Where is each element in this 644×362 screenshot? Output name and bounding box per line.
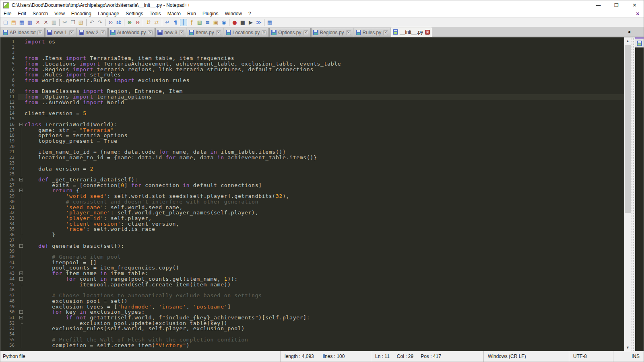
scroll-down-arrow[interactable]: ▼ [624, 344, 631, 351]
fold-collapse-icon[interactable]: − [19, 189, 23, 192]
fold-collapse-icon[interactable]: − [19, 316, 23, 319]
code-line-22[interactable]: 22 location_name_to_id = {name: data.id … [0, 155, 624, 160]
code-line-52[interactable]: 52 exclusion_pool.update(exclusion_table… [0, 321, 624, 326]
tab-rules-py[interactable]: Rules.py✕ [354, 28, 391, 37]
code-line-34[interactable]: 34 'client_version': client_version, [0, 221, 624, 227]
customize-toolbar-icon[interactable]: ▦ [266, 19, 273, 26]
tab-close-icon[interactable]: ✕ [148, 30, 153, 35]
code-line-24[interactable]: 24 data_version = 2 [0, 166, 624, 172]
code-line-39[interactable]: 39 [0, 249, 624, 254]
code-line-17[interactable]: 17 game: str = "Terraria" [0, 128, 624, 133]
scrollbar-track[interactable] [624, 44, 631, 344]
fold-collapse-icon[interactable]: − [19, 310, 23, 314]
code-line-35[interactable]: 35 'race': self.world.is_race [0, 226, 624, 232]
code-line-8[interactable]: 8from worlds.generic.Rules import exclus… [0, 78, 624, 83]
code-line-19[interactable]: 19 topology_present = True [0, 138, 624, 144]
tab-regions-py[interactable]: Regions.py✕ [311, 28, 353, 37]
fold-margin[interactable]: − [18, 276, 25, 282]
close-doc-icon[interactable]: ✕ [34, 19, 41, 26]
tab-close-icon[interactable]: ✕ [262, 30, 266, 35]
tab-scroll-left-arrow[interactable]: ◀ [627, 30, 630, 34]
code-line-18[interactable]: 18 options = terraria_options [0, 133, 624, 138]
code-line-29[interactable]: 29 'world_seed': self.world.slot_seeds[s… [0, 193, 624, 199]
tab-close-icon[interactable]: ✕ [179, 30, 184, 35]
scrollbar-thumb[interactable] [625, 45, 631, 213]
cut-icon[interactable]: ✂ [61, 19, 68, 26]
tab-close-icon[interactable]: ✕ [383, 30, 388, 35]
code-line-9[interactable]: 9 [0, 83, 624, 89]
menu-item-macro[interactable]: Macro [164, 10, 184, 17]
menu-item-language[interactable]: Language [95, 10, 122, 17]
code-line-42[interactable]: 42 pool_counts = item_frequencies.copy() [0, 265, 624, 271]
code-line-1[interactable]: 1import os [0, 39, 624, 45]
code-line-36[interactable]: 36 } [0, 232, 624, 238]
code-line-48[interactable]: 48 exclusion_pool = set() [0, 298, 624, 304]
code-line-32[interactable]: 32 'player_name': self.world.get_player_… [0, 210, 624, 216]
code-line-44[interactable]: 44− for count in range(pool_counts.get(i… [0, 276, 624, 282]
scroll-up-arrow[interactable]: ▲ [624, 37, 631, 44]
tab-options-py[interactable]: Options.py✕ [269, 28, 310, 37]
code-line-20[interactable]: 20 [0, 144, 624, 150]
fold-margin[interactable]: − [18, 243, 25, 249]
fold-collapse-icon[interactable]: − [19, 277, 23, 281]
fold-margin[interactable]: − [18, 177, 25, 183]
code-line-31[interactable]: 31 'seed_name': self.world.seed_name, [0, 205, 624, 210]
view-splitter-handle[interactable] [631, 37, 635, 351]
tab-new-1[interactable]: new 1✕ [45, 28, 76, 37]
code-line-10[interactable]: 10from BaseClasses import Region, Entran… [0, 88, 624, 94]
code-line-26[interactable]: 26− def _get_terraria_data(self): [0, 177, 624, 183]
tab-ap-ideas-txt[interactable]: AP Ideas.txt✕ [1, 28, 45, 37]
code-line-11[interactable]: 11from .Options import terraria_options [0, 94, 624, 100]
status-encoding[interactable]: UTF-8 [569, 351, 613, 362]
code-editor[interactable]: 1import os234from .Items import Terraria… [0, 37, 624, 351]
save-icon[interactable]: ▦ [18, 19, 25, 26]
tab-new-3[interactable]: new 3✕ [155, 28, 186, 37]
code-line-6[interactable]: 6from .Regions import terraria_regions, … [0, 67, 624, 72]
tab-autoworld-py[interactable]: AutoWorld.py✕ [108, 28, 155, 37]
tab-close-icon[interactable]: ✕ [346, 30, 351, 35]
code-line-38[interactable]: 38− def generate_basic(self): [0, 243, 624, 249]
fold-margin[interactable]: − [18, 309, 25, 315]
preview-icon[interactable]: ◉ [220, 19, 227, 26]
code-line-55[interactable]: 55 # Prefill the Wall of Flesh with the … [0, 337, 624, 343]
menu-item-plugins[interactable]: Plugins [199, 10, 221, 17]
tab-close-icon[interactable]: ✕ [37, 30, 42, 35]
code-line-56[interactable]: 56 completion = self.create_item("Victor… [0, 343, 624, 348]
undo-icon[interactable]: ↶ [88, 19, 95, 26]
play-macro-icon[interactable]: ▶ [247, 19, 254, 26]
tab-close-icon[interactable]: ✕ [216, 30, 221, 35]
zoom-out-icon[interactable]: ⊖ [134, 19, 141, 26]
fold-collapse-icon[interactable]: − [19, 272, 23, 275]
code-line-14[interactable]: 14client_version = 5 [0, 111, 624, 116]
close-all-docs-icon[interactable]: ✕ [42, 19, 50, 26]
word-wrap-icon[interactable]: ↵ [164, 19, 171, 26]
code-line-13[interactable]: 13 [0, 105, 624, 111]
menu-item-view[interactable]: View [51, 10, 68, 17]
record-macro-icon[interactable]: ● [231, 19, 238, 26]
code-line-28[interactable]: 28− return { [0, 188, 624, 193]
save-all-icon[interactable]: ▩ [26, 19, 33, 26]
tab-close-icon[interactable]: ✕ [425, 30, 430, 35]
run-macro-multiple-icon[interactable]: ≫ [255, 19, 262, 26]
zoom-in-icon[interactable]: ⊕ [126, 19, 133, 26]
code-line-12[interactable]: 12from ..AutoWorld import World [0, 100, 624, 105]
maximize-button[interactable]: ❐ [607, 0, 625, 10]
close-button[interactable]: ✕ [625, 0, 644, 10]
document-list-icon[interactable]: ≡ [204, 19, 211, 26]
tab-close-icon[interactable]: ✕ [69, 30, 74, 35]
show-all-characters-icon[interactable]: ¶ [172, 19, 179, 26]
code-line-27[interactable]: 27 exits = [connection[0] for connection… [0, 183, 624, 188]
fold-margin[interactable]: − [18, 122, 25, 128]
second-view-tab[interactable] [635, 37, 644, 47]
code-line-16[interactable]: 16−class TerrariaWorld(World): [0, 122, 624, 128]
code-line-51[interactable]: 51− if not getattr(self.world, f"include… [0, 315, 624, 321]
vertical-scrollbar[interactable]: ▲ ▼ [624, 37, 631, 351]
code-line-43[interactable]: 43− for item_name in item_table: [0, 271, 624, 276]
sync-horizontal-icon[interactable]: ⇄ [153, 19, 160, 26]
tab-close-icon[interactable]: ✕ [303, 30, 308, 35]
menu-item-edit[interactable]: Edit [14, 10, 29, 17]
stop-macro-icon[interactable]: ■ [239, 19, 246, 26]
fold-margin[interactable]: − [18, 188, 25, 193]
sync-vertical-icon[interactable]: ⇵ [145, 19, 152, 26]
code-line-47[interactable]: 47 # Choose locations to automatically e… [0, 293, 624, 298]
